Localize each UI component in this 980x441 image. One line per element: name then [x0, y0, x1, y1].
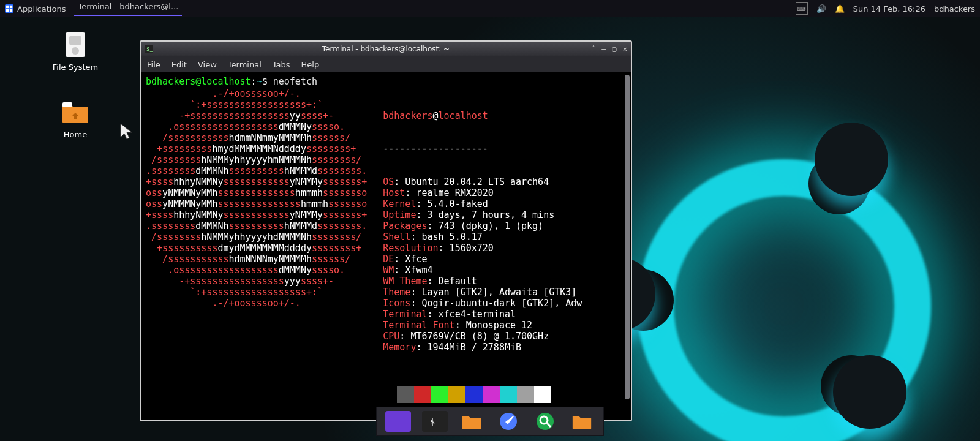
- terminal-prompt-line: bdhackers@localhost:~$ neofetch: [146, 76, 626, 87]
- window-title: Terminal - bdhackers@localhost: ~: [141, 45, 631, 53]
- dock-search[interactable]: [532, 411, 558, 432]
- desktop-icon-home-label: Home: [48, 130, 103, 139]
- svg-text:$_: $_: [146, 46, 153, 52]
- dock-pager[interactable]: [385, 411, 411, 432]
- dock-files[interactable]: [459, 411, 484, 432]
- dock-files-2[interactable]: [569, 411, 595, 432]
- keyboard-indicator-icon[interactable]: ⌨: [796, 2, 808, 15]
- neofetch-divider: -------------------: [383, 143, 582, 154]
- folder-icon: [61, 98, 89, 126]
- desktop: Applications Terminal - bdhackers@l... ⌨…: [0, 0, 980, 441]
- clock[interactable]: Sun 14 Feb, 16:26: [853, 4, 925, 13]
- window-titlebar[interactable]: $_ Terminal - bdhackers@localhost: ~ ˄ —…: [141, 42, 631, 56]
- menu-file[interactable]: File: [147, 60, 160, 69]
- session-user-label[interactable]: bdhackers: [934, 4, 975, 13]
- svg-rect-2: [10, 6, 12, 8]
- dock-web-browser[interactable]: [496, 411, 521, 432]
- desktop-icon-filesystem[interactable]: File System: [48, 31, 103, 72]
- menu-view[interactable]: View: [198, 60, 217, 69]
- desktop-icon-home[interactable]: Home: [48, 98, 103, 139]
- dock-terminal[interactable]: $_: [422, 411, 448, 432]
- neofetch-ascii-logo: .-/+oossssoo+/-. `:+ssssssssssssssssss+:…: [146, 88, 367, 309]
- neofetch-info-block: bdhackers@localhost ------------------- …: [383, 88, 582, 375]
- taskbar-entry-terminal[interactable]: Terminal - bdhackers@l...: [74, 2, 182, 16]
- svg-rect-1: [6, 6, 9, 8]
- window-maximize-button[interactable]: ▢: [612, 45, 617, 53]
- svg-rect-8: [62, 102, 72, 107]
- wallpaper-ubuntu-logo: [588, 110, 907, 429]
- svg-point-7: [72, 47, 79, 55]
- svg-rect-4: [10, 9, 12, 12]
- notifications-icon[interactable]: 🔔: [835, 4, 845, 13]
- menu-edit[interactable]: Edit: [172, 60, 187, 69]
- menu-tabs[interactable]: Tabs: [273, 60, 290, 69]
- desktop-icon-filesystem-label: File System: [48, 62, 103, 72]
- window-minimize-button[interactable]: —: [601, 45, 606, 53]
- menu-help[interactable]: Help: [301, 60, 320, 69]
- drive-icon: [61, 31, 89, 59]
- terminal-scrollbar[interactable]: [625, 75, 630, 399]
- window-close-button[interactable]: ✕: [623, 45, 627, 53]
- terminal-viewport[interactable]: bdhackers@localhost:~$ neofetch .-/+ooss…: [141, 72, 631, 420]
- neofetch-color-swatches: [397, 386, 626, 403]
- menu-terminal[interactable]: Terminal: [228, 60, 262, 69]
- dock-panel: $_: [376, 407, 604, 436]
- window-menubar: File Edit View Terminal Tabs Help: [141, 56, 631, 72]
- svg-rect-6: [69, 36, 81, 45]
- cursor-icon: [119, 123, 133, 140]
- window-keep-above-button[interactable]: ˄: [592, 45, 595, 53]
- applications-menu-label: Applications: [17, 4, 66, 13]
- terminal-window: $_ Terminal - bdhackers@localhost: ~ ˄ —…: [140, 40, 632, 421]
- applications-menu-button[interactable]: Applications: [5, 4, 66, 13]
- svg-point-12: [537, 413, 554, 430]
- top-panel: Applications Terminal - bdhackers@l... ⌨…: [0, 0, 980, 17]
- volume-icon[interactable]: 🔊: [816, 4, 826, 13]
- terminal-icon: $_: [145, 45, 153, 53]
- svg-rect-3: [6, 9, 9, 12]
